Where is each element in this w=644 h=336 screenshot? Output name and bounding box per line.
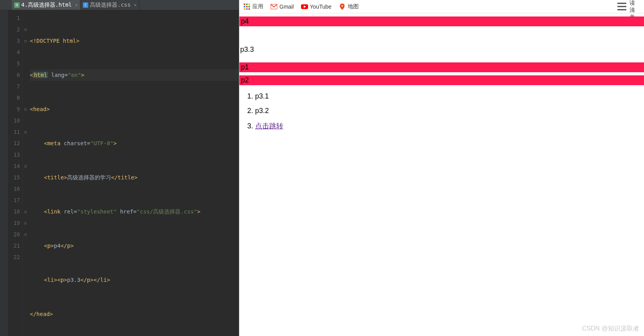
paragraph-p2: p2 [239,75,644,85]
bookmark-label: 地图 [348,3,359,10]
gmail-icon [270,3,277,10]
bookmark-label: Gmail [279,4,294,10]
line-number-gutter: 12345678910111213141516171819202122 [8,10,23,336]
svg-rect-3 [244,6,245,7]
bookmarks-bar: 应用 Gmail YouTube 地图 阅读清单 [239,0,644,13]
close-icon[interactable]: × [75,2,78,8]
bookmark-label: 应用 [252,3,263,10]
youtube-icon [301,3,308,10]
paragraph-p1: p1 [239,62,644,72]
paragraph-p33: p3.3 [240,46,643,54]
jump-link[interactable]: 点击跳转 [255,122,283,130]
reading-list-icon [616,1,628,12]
ide-body: 12345678910111213141516171819202122 ⊟⊟⊟⊟… [0,10,239,336]
ide-tab-css[interactable]: C 高级选择器.css × [80,0,139,10]
ide-tab-label: 4.高级选择器.html [21,2,72,9]
ide-tab-bar: H 4.高级选择器.html × C 高级选择器.css × [0,0,239,10]
svg-rect-14 [617,9,626,10]
close-icon[interactable]: × [134,2,137,8]
list-item: p3.2 [255,107,644,115]
css-file-icon: C [83,2,88,8]
paragraph-p4: p4 [239,16,644,26]
ide-gutter [0,10,8,336]
ide-tab-html[interactable]: H 4.高级选择器.html × [12,0,80,10]
svg-rect-12 [617,3,626,4]
svg-rect-7 [246,8,248,10]
svg-rect-2 [248,4,250,5]
fold-gutter: ⊟⊟⊟⊟⊟⊟⊟⊟ [23,10,28,336]
svg-rect-5 [248,6,250,7]
empty-bullet [242,32,644,40]
svg-point-11 [341,5,343,6]
list-item: p3.1 [255,92,644,100]
bookmark-youtube[interactable]: YouTube [301,3,332,10]
code-editor[interactable]: <!DOCTYPE html> <html lang="en"> <head> … [28,10,239,336]
browser-panel: 应用 Gmail YouTube 地图 阅读清单 p4 p3.3 p1 p2 p… [239,0,644,336]
bookmark-apps[interactable]: 应用 [243,3,263,10]
bookmark-gmail[interactable]: Gmail [270,3,294,10]
svg-rect-0 [244,4,245,5]
ide-panel: H 4.高级选择器.html × C 高级选择器.css × 123456789… [0,0,239,336]
html-file-icon: H [14,2,20,8]
maps-icon [339,3,346,10]
svg-rect-1 [246,4,248,5]
bookmark-label: YouTube [310,4,332,10]
rendered-page[interactable]: p4 p3.3 p1 p2 p3.1 p3.2 点击跳转 [239,13,644,336]
bookmark-maps[interactable]: 地图 [339,3,359,10]
list-item: 点击跳转 [255,121,644,131]
svg-rect-6 [244,8,245,10]
ordered-list: p3.1 p3.2 点击跳转 [255,92,644,131]
apps-icon [243,3,250,10]
svg-rect-13 [617,6,626,7]
svg-rect-4 [246,6,248,7]
svg-rect-8 [248,8,250,10]
ide-tab-label: 高级选择器.css [90,2,131,9]
